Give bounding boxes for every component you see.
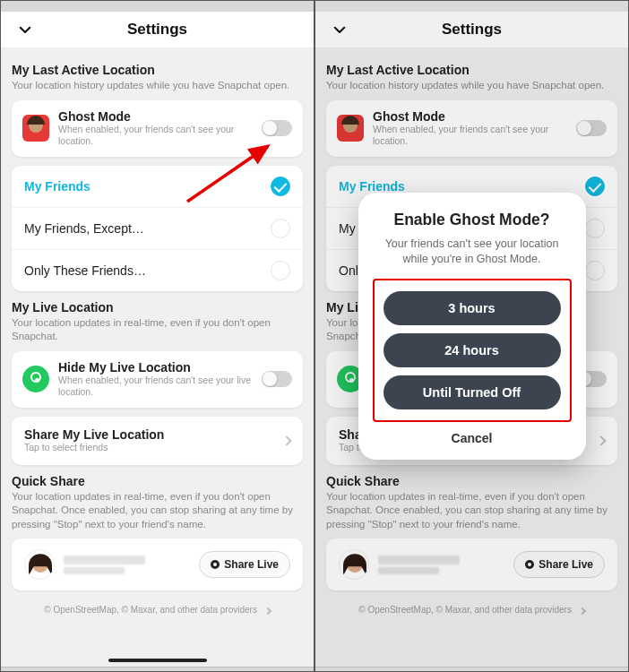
- header: Settings: [1, 12, 314, 48]
- section-title-last-active: My Last Active Location: [12, 63, 303, 77]
- collapse-chevron-icon[interactable]: [17, 22, 33, 38]
- chevron-right-icon: [596, 435, 606, 445]
- home-indicator: [108, 659, 207, 662]
- duration-24-hours-button[interactable]: 24 hours: [383, 333, 561, 367]
- ghost-mode-card: Ghost Mode When enabled, your friends ca…: [326, 100, 617, 157]
- chevron-right-icon: [263, 607, 271, 614]
- radio-icon[interactable]: [271, 219, 290, 238]
- section-sub-live: Your location updates in real-time, even…: [12, 316, 303, 344]
- section-sub-last-active: Your location history updates while you …: [326, 79, 617, 93]
- collapse-chevron-icon[interactable]: [332, 22, 348, 38]
- pin-icon: [525, 560, 534, 569]
- section-sub-quick: Your location updates in real-time, even…: [12, 490, 303, 532]
- screenshot-left: Settings My Last Active Location Your lo…: [1, 1, 314, 671]
- ghost-mode-row[interactable]: Ghost Mode When enabled, your friends ca…: [12, 100, 303, 157]
- page-title: Settings: [127, 21, 187, 39]
- ghost-mode-title: Ghost Mode: [58, 109, 262, 124]
- annotation-highlight: 3 hours 24 hours Until Turned Off: [373, 279, 572, 422]
- page-title: Settings: [442, 21, 502, 39]
- attribution-footer[interactable]: © OpenStreetMap, © Maxar, and other data…: [12, 599, 303, 624]
- modal-sub: Your friends can't see your location whi…: [380, 237, 564, 268]
- share-live-button[interactable]: Share Live: [513, 551, 605, 578]
- modal-title: Enable Ghost Mode?: [371, 211, 573, 229]
- bitmoji-avatar-icon: [22, 115, 49, 142]
- chevron-right-icon: [578, 607, 585, 614]
- bottom-bar: [315, 667, 628, 671]
- redacted-friend-name: [378, 553, 513, 577]
- quick-share-card: Share Live: [12, 538, 303, 590]
- radio-icon[interactable]: [585, 261, 605, 280]
- option-except[interactable]: My Friends, Except…: [12, 208, 303, 250]
- radio-selected-icon[interactable]: [585, 177, 605, 196]
- duration-3-hours-button[interactable]: 3 hours: [383, 291, 561, 325]
- radio-selected-icon[interactable]: [271, 177, 290, 196]
- redacted-friend-name: [64, 553, 199, 577]
- ghost-mode-sub: When enabled, your friends can't see you…: [373, 124, 576, 148]
- section-title-quick: Quick Share: [12, 474, 303, 488]
- share-live-button[interactable]: Share Live: [199, 551, 290, 578]
- share-live-title: Share My Live Location: [24, 427, 283, 442]
- section-sub-quick: Your location updates in real-time, even…: [326, 490, 617, 532]
- visibility-options-card: My Friends My Friends, Except… Only Thes…: [12, 166, 303, 291]
- quick-share-row: Share Live: [326, 538, 617, 590]
- section-title-last-active: My Last Active Location: [326, 63, 617, 77]
- section-title-quick: Quick Share: [326, 474, 617, 488]
- option-label: My Friends, Except…: [24, 221, 271, 236]
- option-label: My Friends: [339, 179, 585, 194]
- option-my-friends[interactable]: My Friends: [12, 166, 303, 208]
- screenshot-right: Settings My Last Active Location Your lo…: [315, 1, 628, 671]
- quick-share-card: Share Live: [326, 538, 617, 590]
- ghost-mode-card: Ghost Mode When enabled, your friends ca…: [12, 100, 303, 157]
- header: Settings: [315, 12, 628, 48]
- friend-avatar-icon: [339, 549, 369, 580]
- option-only[interactable]: Only These Friends…: [12, 250, 303, 291]
- duration-until-off-button[interactable]: Until Turned Off: [383, 375, 561, 409]
- share-live-sub: Tap to select friends: [24, 442, 283, 454]
- ghost-mode-row[interactable]: Ghost Mode When enabled, your friends ca…: [326, 100, 617, 157]
- radio-icon[interactable]: [271, 261, 290, 280]
- share-live-button-label: Share Live: [224, 558, 279, 571]
- ghost-mode-toggle[interactable]: [262, 120, 292, 136]
- quick-share-row: Share Live: [12, 538, 303, 590]
- hide-live-row[interactable]: Hide My Live Location When enabled, your…: [12, 351, 303, 408]
- share-live-card: Share My Live Location Tap to select fri…: [12, 417, 303, 465]
- hide-live-toggle[interactable]: [262, 371, 292, 387]
- bottom-bar: [1, 667, 314, 671]
- option-label: Only These Friends…: [24, 263, 271, 278]
- attribution-footer[interactable]: © OpenStreetMap, © Maxar, and other data…: [326, 599, 617, 624]
- chevron-right-icon: [281, 435, 291, 445]
- option-label: My Friends: [24, 179, 271, 194]
- ghost-mode-sub: When enabled, your friends can't see you…: [58, 124, 262, 148]
- share-live-row[interactable]: Share My Live Location Tap to select fri…: [12, 417, 303, 465]
- radio-icon[interactable]: [585, 219, 605, 238]
- section-sub-last-active: Your location history updates while you …: [12, 79, 303, 93]
- ghost-mode-modal: Enable Ghost Mode? Your friends can't se…: [358, 193, 586, 460]
- bitmoji-avatar-icon: [337, 115, 364, 142]
- ghost-mode-toggle[interactable]: [576, 120, 607, 136]
- cancel-button[interactable]: Cancel: [371, 422, 573, 449]
- friend-avatar-icon: [24, 549, 55, 580]
- ghost-mode-title: Ghost Mode: [373, 109, 576, 124]
- pin-icon: [211, 560, 220, 569]
- hide-live-title: Hide My Live Location: [58, 360, 262, 375]
- hide-live-sub: When enabled, your friends can't see you…: [58, 375, 262, 399]
- statusbar: [1, 1, 314, 12]
- statusbar: [315, 1, 628, 12]
- hide-live-card: Hide My Live Location When enabled, your…: [12, 351, 303, 408]
- compass-icon: [22, 366, 49, 392]
- share-live-button-label: Share Live: [539, 558, 593, 571]
- section-title-live: My Live Location: [12, 300, 303, 314]
